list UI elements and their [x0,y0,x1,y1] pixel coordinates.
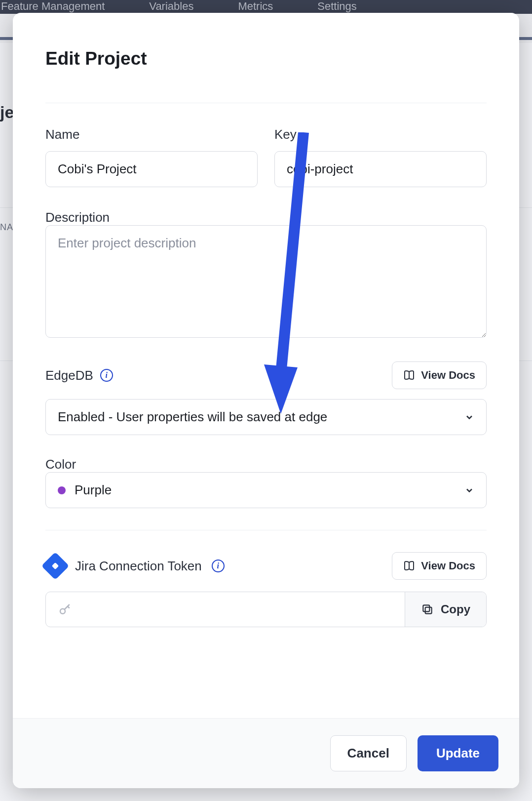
nav-item[interactable]: Variables [149,0,193,13]
description-field: Description [45,210,487,340]
copy-button[interactable]: Copy [405,592,486,627]
modal-footer: Cancel Update [13,718,519,788]
view-docs-label: View Docs [421,560,475,572]
key-field: Key [274,127,487,187]
key-label: Key [274,127,487,142]
copy-label: Copy [441,602,470,616]
name-field: Name [45,127,258,187]
view-docs-button[interactable]: View Docs [392,552,487,580]
book-icon [403,369,415,381]
view-docs-button[interactable]: View Docs [392,361,487,389]
jira-icon [41,552,70,580]
book-icon [403,560,415,572]
color-select[interactable]: Purple [45,472,487,508]
top-nav: Feature Management Variables Metrics Set… [0,0,532,14]
update-button[interactable]: Update [418,735,498,771]
jira-section-header: Jira Connection Token i View Docs [45,552,487,580]
info-icon[interactable]: i [100,369,113,382]
name-label: Name [45,127,258,142]
edgedb-selected-value: Enabled - User properties will be saved … [58,409,327,425]
svg-rect-2 [423,605,429,611]
svg-rect-1 [425,607,432,614]
key-icon [58,602,73,617]
chevron-down-icon [464,412,474,422]
svg-point-0 [60,609,65,614]
edit-project-modal: Edit Project Name Key Description EdgeDB… [13,13,519,788]
info-icon[interactable]: i [212,560,225,572]
modal-title: Edit Project [45,48,487,69]
key-input[interactable] [274,151,487,187]
color-label: Color [45,457,76,472]
name-input[interactable] [45,151,258,187]
description-input[interactable] [45,225,487,338]
edgedb-select[interactable]: Enabled - User properties will be saved … [45,399,487,435]
jira-token-input[interactable] [46,592,405,627]
nav-item[interactable]: Feature Management [1,0,105,13]
nav-item[interactable]: Metrics [238,0,273,13]
bg-partial-text: NA [0,222,13,233]
color-selected-value: Purple [75,482,112,498]
nav-item[interactable]: Settings [317,0,357,13]
copy-icon [421,603,434,616]
edgedb-field: EdgeDB i View Docs Enabled - User proper… [45,361,487,435]
divider [45,530,487,530]
chevron-down-icon [464,485,474,495]
edgedb-label: EdgeDB [45,368,93,383]
bg-partial-text: je [0,103,14,122]
description-label: Description [45,210,110,225]
jira-token-row: Copy [45,592,487,627]
color-field: Color Purple [45,457,487,508]
jira-label: Jira Connection Token [75,559,202,574]
cancel-button[interactable]: Cancel [330,735,407,771]
color-swatch [58,486,66,494]
view-docs-label: View Docs [421,369,475,382]
divider [45,103,487,103]
